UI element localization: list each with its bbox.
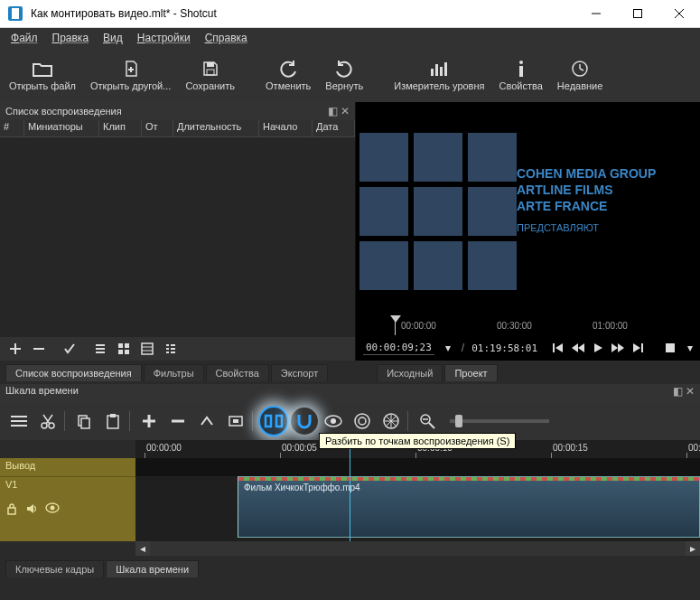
- recent-button[interactable]: Недавние: [550, 51, 611, 99]
- playlist-view-grid-button[interactable]: [112, 338, 135, 360]
- timeline-track-header[interactable]: V1: [0, 476, 135, 541]
- col-from[interactable]: От: [142, 120, 173, 136]
- playlist-view-detail-button[interactable]: [135, 338, 159, 360]
- fullscreen-icon[interactable]: [664, 342, 677, 354]
- lift-icon[interactable]: [193, 408, 220, 435]
- window-maximize-button[interactable]: [617, 0, 658, 27]
- col-start[interactable]: Начало: [259, 120, 313, 136]
- snap-icon[interactable]: [291, 408, 318, 435]
- panel-pin-icon[interactable]: ◧ ✕: [328, 105, 350, 117]
- lock-icon[interactable]: [5, 502, 18, 515]
- playlist-panel: Список воспроизведения ◧ ✕ # Миниатюры К…: [0, 102, 356, 361]
- credit-line-2: ARTLINE FILMS: [517, 182, 656, 198]
- playlist-remove-button[interactable]: [27, 338, 51, 360]
- playlist-add-button[interactable]: [4, 338, 27, 360]
- redo-button[interactable]: Вернуть: [318, 51, 370, 99]
- save-button[interactable]: Сохранить: [178, 51, 242, 99]
- ripple-all-icon[interactable]: [378, 408, 405, 435]
- zoom-out-icon[interactable]: [414, 408, 441, 435]
- open-file-button[interactable]: Открыть файл: [2, 51, 83, 99]
- tab-project[interactable]: Проект: [444, 364, 497, 381]
- tab-keyframes[interactable]: Ключевые кадры: [5, 560, 104, 577]
- skip-start-icon[interactable]: [552, 342, 565, 354]
- chevron-down-icon[interactable]: ▾: [442, 342, 454, 354]
- timeline-playhead[interactable]: [350, 440, 350, 541]
- menu-file[interactable]: Файл: [4, 30, 45, 46]
- scroll-left-icon[interactable]: ◂: [135, 541, 150, 556]
- svg-rect-29: [142, 343, 153, 354]
- tab-export[interactable]: Экспорт: [271, 364, 328, 381]
- tooltip: Разбить по точкам воспроизведения (S): [319, 433, 516, 449]
- window-title: Как монтировать видео.mlt* - Shotcut: [31, 7, 575, 20]
- ripple-icon[interactable]: [349, 408, 376, 435]
- undo-label: Отменить: [266, 80, 311, 91]
- current-timecode[interactable]: 00:00:09;23: [363, 341, 434, 355]
- svg-rect-57: [266, 416, 271, 427]
- skip-end-icon[interactable]: [631, 342, 644, 354]
- timeline-output-label[interactable]: Вывод: [0, 458, 135, 476]
- copy-icon[interactable]: [70, 408, 98, 435]
- timeline-output-strip[interactable]: [135, 458, 700, 476]
- open-other-button[interactable]: Открыть другой...: [83, 51, 178, 99]
- preview-video[interactable]: COHEN MEDIA GROUP ARTLINE FILMS ARTE FRA…: [356, 102, 700, 315]
- cut-icon[interactable]: [34, 408, 61, 435]
- menu-edit[interactable]: Правка: [45, 30, 97, 46]
- svg-rect-38: [553, 343, 555, 352]
- col-num[interactable]: #: [0, 120, 24, 136]
- open-other-label: Открыть другой...: [90, 80, 171, 91]
- properties-label: Свойства: [499, 80, 543, 91]
- chevron-down-icon[interactable]: ▾: [684, 342, 696, 354]
- tab-properties[interactable]: Свойства: [206, 364, 269, 381]
- col-duration[interactable]: Длительность: [173, 120, 259, 136]
- zoom-slider[interactable]: [450, 419, 549, 423]
- menu-bar: Файл Правка Вид Настройки Справка: [0, 28, 700, 48]
- rewind-icon[interactable]: [572, 342, 584, 354]
- timeline-menu-icon[interactable]: [5, 408, 33, 435]
- properties-button[interactable]: Свойства: [492, 51, 550, 99]
- overwrite-icon[interactable]: [222, 408, 249, 435]
- add-icon[interactable]: [135, 408, 163, 435]
- undo-button[interactable]: Отменить: [258, 51, 318, 99]
- level-meter-button[interactable]: Измеритель уровня: [387, 51, 491, 99]
- timeline-panel: Шкала времени ◧ ✕ Разбить по точкам восп…: [0, 384, 700, 556]
- remove-icon[interactable]: [164, 408, 191, 435]
- credit-line-1: COHEN MEDIA GROUP: [517, 165, 656, 182]
- split-at-playhead-icon[interactable]: [258, 406, 289, 436]
- timeline-scrollbar[interactable]: ◂ ▸: [0, 541, 700, 556]
- tab-playlist[interactable]: Список воспроизведения: [5, 364, 142, 381]
- forward-icon[interactable]: [611, 342, 624, 354]
- svg-rect-58: [276, 416, 282, 427]
- col-thumbs[interactable]: Миниатюры: [24, 120, 99, 136]
- open-file-label: Открыть файл: [9, 80, 76, 91]
- tab-filters[interactable]: Фильтры: [144, 364, 204, 381]
- scroll-right-icon[interactable]: ▸: [686, 541, 700, 556]
- playlist-view-compact-button[interactable]: [159, 338, 182, 360]
- preview-transport: 00:00:09;23 ▾ / 01:19:58:01 ▾: [356, 335, 700, 361]
- col-clip[interactable]: Клип: [99, 120, 142, 136]
- playlist-check-button[interactable]: [58, 338, 81, 360]
- playlist-panel-title: Список воспроизведения: [5, 106, 122, 117]
- window-minimize-button[interactable]: [575, 0, 617, 27]
- menu-view[interactable]: Вид: [96, 30, 130, 46]
- timeline-clip[interactable]: Фильм ХичкокТрюффо.mp4: [238, 476, 700, 538]
- menu-help[interactable]: Справка: [198, 30, 255, 46]
- timeline-title: Шкала времени: [5, 385, 79, 401]
- tab-source[interactable]: Исходный: [377, 364, 443, 381]
- main-toolbar: Открыть файл Открыть другой... Сохранить…: [0, 48, 700, 102]
- ruler-tick-1: 00:30:00: [497, 321, 532, 331]
- playlist-body[interactable]: [0, 137, 355, 337]
- panel-pin-icon[interactable]: ◧ ✕: [673, 385, 695, 401]
- timeline-tracks[interactable]: 00:00:00 00:00:05 00:00:10 00:00:15 00:0…: [135, 440, 700, 541]
- menu-settings[interactable]: Настройки: [130, 30, 198, 46]
- window-close-button[interactable]: [658, 0, 700, 27]
- audio-icon[interactable]: [25, 502, 38, 515]
- paste-icon[interactable]: [99, 408, 126, 435]
- tab-timeline[interactable]: Шкала времени: [106, 560, 199, 577]
- preview-ruler[interactable]: 00:00:00 00:30:00 01:00:00: [356, 315, 700, 335]
- playlist-view-list-button[interactable]: [89, 338, 112, 360]
- eye-icon[interactable]: [45, 502, 60, 515]
- col-date[interactable]: Дата: [313, 120, 355, 136]
- svg-rect-27: [118, 350, 123, 354]
- play-icon[interactable]: [592, 342, 604, 354]
- scrub-icon[interactable]: [320, 408, 347, 435]
